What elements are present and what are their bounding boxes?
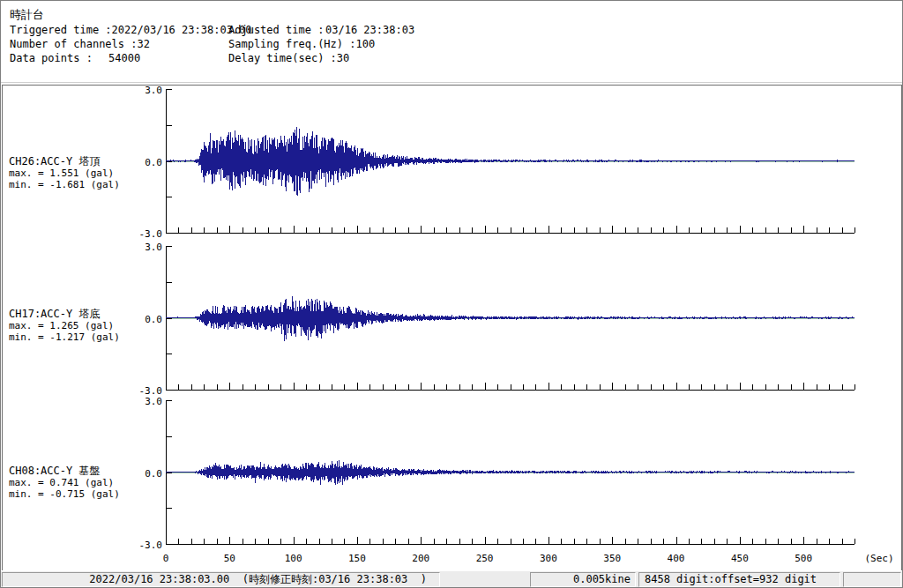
field-data-points: Data points :54000	[10, 52, 140, 64]
channel-label: CH17:ACC-Y 塔底	[9, 309, 166, 320]
x-tick-label: 300	[540, 553, 557, 564]
channel-min-value: min. = -1.681 (gal)	[9, 179, 166, 190]
status-digit-offset-cell: 8458 digit:offset=932 digit	[638, 572, 840, 587]
field-delay-time: Delay time(sec) :30	[228, 52, 349, 64]
waveform-trace	[167, 296, 854, 341]
channel-max-value: max. = 1.265 (gal)	[9, 320, 166, 331]
field-adjusted-time: Adjusted time :03/16 23:38:03	[228, 24, 414, 36]
field-triggered-time: Triggered time :2022/03/16 23:38:03.00	[10, 24, 252, 36]
adjusted-time-value: 03/16 23:38:03	[325, 24, 414, 36]
field-sampling-freq: Sampling freq.(Hz) :100	[228, 38, 375, 50]
channel-info-ch17: CH17:ACC-Y 塔底 max. = 1.265 (gal) min. = …	[9, 309, 166, 343]
channel-min-value: min. = -0.715 (gal)	[9, 488, 166, 500]
x-tick-label: 500	[795, 553, 812, 564]
channel-label: CH26:ACC-Y 塔頂	[9, 156, 166, 167]
y-tick-label: -3.0	[139, 228, 163, 240]
x-tick-label: 50	[224, 553, 235, 564]
channel-min-value: min. = -1.217 (gal)	[9, 331, 166, 343]
data-points-value: 54000	[108, 52, 140, 64]
app-window: 時計台 Triggered time :2022/03/16 23:38:03.…	[0, 0, 903, 588]
x-tick-label: 0	[163, 553, 169, 564]
x-tick-label: 400	[668, 553, 685, 564]
channel-plot-1: 3.00.0-3.0	[139, 242, 855, 397]
channel-plot-2: 3.00.0-3.0050100150200250300350400450500…	[139, 396, 894, 565]
status-kine-cell: 0.005kine	[530, 572, 636, 587]
header-info-panel: 時計台 Triggered time :2022/03/16 23:38:03.…	[1, 1, 902, 83]
channel-info-ch26: CH26:ACC-Y 塔頂 max. = 1.551 (gal) min. = …	[9, 156, 166, 190]
y-tick-label: 3.0	[145, 396, 162, 407]
number-of-channels-label: Number of channels :	[10, 38, 138, 50]
channel-plot-0: 3.00.0-3.0	[139, 86, 855, 240]
adjusted-time-label: Adjusted time :	[228, 24, 325, 36]
x-tick-label: 350	[603, 553, 621, 564]
x-tick-label: 250	[476, 553, 494, 564]
data-points-label: Data points :	[10, 52, 108, 64]
channel-max-value: max. = 0.741 (gal)	[9, 477, 166, 488]
number-of-channels-value: 32	[138, 38, 150, 50]
x-tick-label: 450	[731, 553, 749, 564]
channel-max-value: max. = 1.551 (gal)	[9, 167, 166, 179]
sampling-freq-value: 100	[356, 38, 376, 50]
channel-info-ch08: CH08:ACC-Y 基盤 max. = 0.741 (gal) min. = …	[9, 465, 166, 500]
channel-label: CH08:ACC-Y 基盤	[9, 465, 166, 477]
x-tick-label: 200	[412, 553, 429, 564]
y-tick-label: 3.0	[145, 242, 162, 253]
station-title: 時計台	[10, 7, 44, 23]
status-bar: 2022/03/16 23:38:03.00 (時刻修正時刻:03/16 23:…	[1, 570, 902, 587]
triggered-time-label: Triggered time :	[10, 24, 112, 36]
y-tick-label: -3.0	[139, 540, 163, 551]
status-time-cell: 2022/03/16 23:38:03.00 (時刻修正時刻:03/16 23:…	[2, 572, 440, 587]
field-number-of-channels: Number of channels :32	[10, 38, 150, 50]
x-tick-label: 150	[348, 553, 366, 564]
delay-time-label: Delay time(sec) :	[228, 52, 337, 64]
y-tick-label: 3.0	[145, 86, 162, 96]
x-tick-label: 100	[285, 553, 302, 564]
delay-time-value: 30	[337, 52, 349, 64]
x-axis-unit-label: (Sec)	[864, 553, 893, 564]
waveform-panel: 3.00.0-3.03.00.0-3.03.00.0-3.00501001502…	[2, 85, 902, 572]
waveform-trace	[167, 460, 854, 485]
status-empty-cell	[843, 572, 901, 587]
sampling-freq-label: Sampling freq.(Hz) :	[228, 38, 356, 50]
